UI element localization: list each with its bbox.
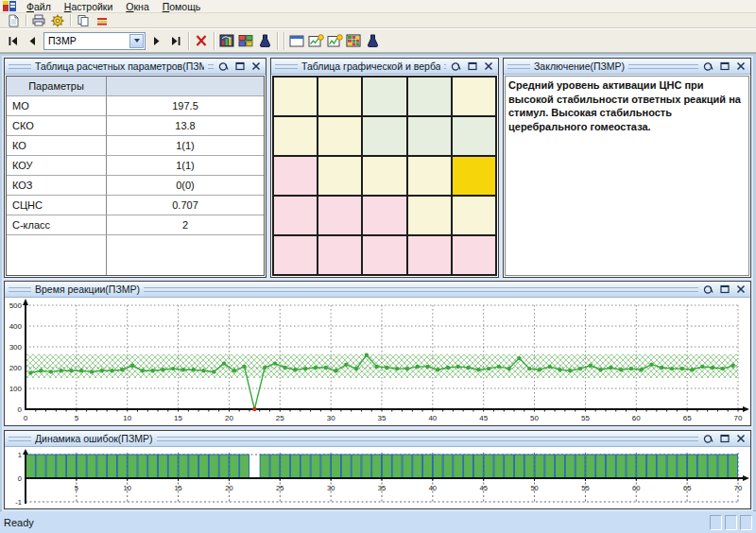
window-reaction-time: Время реакции(ПЗМР) 01002003004005000510… <box>4 281 751 426</box>
parameter-name: МО <box>7 96 107 116</box>
close-icon[interactable] <box>734 60 747 73</box>
new-document-icon[interactable] <box>4 13 23 27</box>
interpretation-cell-r4c5 <box>453 197 495 234</box>
window-toggle-button[interactable] <box>287 31 306 50</box>
interpretation-cell-r5c3 <box>363 236 405 274</box>
titlebar-grip <box>628 64 698 69</box>
status-text: Ready <box>4 517 34 528</box>
close-icon[interactable] <box>734 284 747 296</box>
table-window-button[interactable] <box>344 31 363 50</box>
prev-record-button[interactable] <box>23 31 42 50</box>
close-icon[interactable] <box>249 60 262 73</box>
graph-window-button[interactable] <box>306 31 325 50</box>
test-selector-combobox[interactable]: ПЗМР <box>43 32 146 50</box>
last-record-button[interactable] <box>166 31 185 50</box>
svg-text:5: 5 <box>75 484 78 492</box>
toolbar-separator <box>26 14 26 26</box>
parameter-value: 13.8 <box>107 116 264 136</box>
error-dynamics-chart: 51015202530354045505560657010-1 <box>5 447 749 507</box>
parameter-row: КО1(1) <box>7 136 264 156</box>
first-record-button[interactable] <box>4 31 23 50</box>
float-icon[interactable] <box>702 60 714 73</box>
svg-text:35: 35 <box>378 414 387 422</box>
window-titlebar[interactable]: Заключение(ПЗМР) <box>504 59 750 75</box>
app-icon <box>3 1 16 11</box>
toolbar-separator <box>284 32 284 50</box>
interpretation-cell-r3c2 <box>318 157 361 195</box>
flask-window-button[interactable] <box>363 31 382 50</box>
titlebar-grip <box>9 437 31 441</box>
delete-record-button[interactable] <box>192 31 211 50</box>
parameters-table-header: Параметры <box>7 77 264 96</box>
parameter-value: 1(1) <box>107 156 264 176</box>
svg-text:0: 0 <box>18 474 22 483</box>
window-parameters: Таблица расчетных параметров(ПЗМР) Парам… <box>4 58 266 278</box>
window-titlebar[interactable]: Время реакции(ПЗМР) <box>5 282 750 298</box>
graph-window-button-2[interactable] <box>325 31 344 50</box>
svg-text:20: 20 <box>225 484 232 492</box>
svg-text:70: 70 <box>734 484 742 492</box>
interpretation-cell-r5c1 <box>274 236 317 274</box>
interpretation-cell-r1c1 <box>274 77 317 115</box>
float-icon[interactable] <box>702 284 714 296</box>
column-header-values <box>107 77 264 96</box>
window-titlebar[interactable]: Таблица расчетных параметров(ПЗМР) <box>5 59 266 75</box>
toolbar-separator <box>70 14 71 26</box>
settings-gear-icon[interactable] <box>48 13 67 27</box>
svg-text:65: 65 <box>683 484 691 492</box>
svg-text:60: 60 <box>632 414 641 422</box>
window-titlebar[interactable]: Таблица графической и вербальной интер <box>271 59 498 75</box>
maximize-icon[interactable] <box>233 60 246 73</box>
svg-text:15: 15 <box>174 484 181 492</box>
svg-text:100: 100 <box>9 385 23 393</box>
mdi-area: Таблица расчетных параметров(ПЗМР) Парам… <box>0 53 756 510</box>
interpretation-cell-r3c5 <box>453 157 495 195</box>
parameter-value: 0(0) <box>107 176 264 196</box>
menu-settings[interactable]: Настройки <box>58 1 120 12</box>
svg-text:10: 10 <box>124 484 131 492</box>
interpretation-cell-r3c3 <box>363 157 405 195</box>
interpretation-cell-r2c1 <box>274 117 317 155</box>
maximize-icon[interactable] <box>718 60 730 73</box>
interpretation-cell-r2c4 <box>408 117 451 155</box>
parameter-row: МО197.5 <box>7 96 264 116</box>
parameter-row: С-класс2 <box>7 215 264 235</box>
flask-button[interactable] <box>255 31 274 50</box>
menu-windows[interactable]: Окна <box>119 1 155 12</box>
parameter-name: С-класс <box>7 215 107 235</box>
svg-text:300: 300 <box>9 343 23 352</box>
svg-text:55: 55 <box>581 484 589 492</box>
parameter-value: 2 <box>107 215 264 235</box>
menu-file[interactable]: Файл <box>20 1 58 12</box>
float-icon[interactable] <box>702 433 714 445</box>
toolbar-separator <box>277 32 278 50</box>
maximize-icon[interactable] <box>466 60 478 73</box>
window-titlebar[interactable]: Динамика ошибок(ПЗМР) <box>5 431 750 447</box>
titlebar-grip <box>507 64 530 69</box>
chart-button[interactable] <box>217 31 236 50</box>
print-icon[interactable] <box>29 13 48 27</box>
interpretation-cell-r5c2 <box>318 236 361 274</box>
close-icon[interactable] <box>482 60 494 73</box>
float-icon[interactable] <box>450 60 462 73</box>
table-filler-cell <box>7 235 107 275</box>
interpretation-cell-r4c4 <box>408 197 451 234</box>
maximize-icon[interactable] <box>718 433 730 445</box>
status-panel-1 <box>710 515 722 530</box>
svg-text:500: 500 <box>9 301 23 310</box>
scores-button[interactable] <box>236 31 255 50</box>
report-stripes-icon[interactable] <box>93 13 112 27</box>
parameter-value: 0.707 <box>107 196 264 215</box>
combobox-dropdown-button[interactable] <box>129 34 144 48</box>
next-record-button[interactable] <box>147 31 166 50</box>
menu-bar: Файл Настройки Окна Помощь <box>0 0 756 13</box>
window-error-dynamics: Динамика ошибок(ПЗМР) 510152025303540455… <box>4 430 751 509</box>
maximize-icon[interactable] <box>718 284 730 296</box>
svg-text:400: 400 <box>9 322 23 331</box>
table-filler-cell <box>107 235 264 275</box>
copy-icon[interactable] <box>74 13 93 27</box>
svg-text:30: 30 <box>327 484 335 492</box>
float-icon[interactable] <box>217 60 230 73</box>
menu-help[interactable]: Помощь <box>156 1 208 12</box>
close-icon[interactable] <box>734 433 747 445</box>
